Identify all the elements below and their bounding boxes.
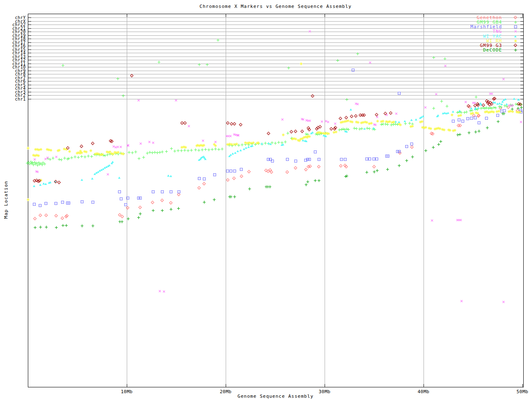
data-point-marshfield [368,158,371,160]
data-point-marshfield [240,168,243,171]
y-tick-left [28,99,31,99]
data-point-marshfield [372,158,375,160]
data-point-marshfield [152,190,155,193]
data-point-marshfield [213,173,216,176]
data-point-marshfield [340,158,343,161]
y-tick-left [28,46,31,46]
data-point-wi-yac [49,181,52,183]
data-point-marshfield [387,155,389,158]
y-tick-right [520,88,524,89]
x-gridline [325,14,325,387]
data-point-marshfield [470,117,473,120]
data-point-marshfield [120,197,123,200]
data-point-wi-yac [452,111,454,113]
x-tick-bottom [424,384,424,387]
y-tick-right [520,35,524,36]
chromosome-gridline [28,85,524,85]
y-tick-left [28,25,31,25]
chromosome-gridline [28,78,524,78]
y-tick-right [520,95,524,96]
data-point-wi-yac [236,150,239,152]
data-point-marshfield [126,197,129,200]
x-gridline [424,14,424,387]
data-point-wi-yac [269,143,272,145]
data-point-marshfield [39,204,42,207]
data-point-wi-yac [505,103,508,105]
x-tick-top [522,14,523,17]
data-point-marshfield [177,190,180,193]
data-point-marshfield [398,150,401,153]
data-point-marshfield [198,177,201,180]
y-tick-left [28,71,31,71]
data-point-wi-yac [458,110,461,112]
data-point-marshfield [365,158,368,160]
y-axis-title: Map Location [3,181,9,219]
data-point-wi-yac [415,118,417,121]
data-point-wi-yac [239,149,242,151]
chromosome-gridline [28,95,524,96]
data-point-wi-yac [305,140,308,142]
chromosome-gridline [28,81,524,81]
x-axis-title: Genome Sequence Assembly [238,394,314,399]
y-tick-right [520,99,524,99]
x-tick-bottom [127,384,127,387]
y-tick-left [28,85,31,85]
data-point-wi-yac [447,112,449,114]
data-point-marshfield [496,114,499,117]
y-tick-left [28,28,31,29]
y-tick-right [520,53,524,53]
y-tick-right [520,17,524,18]
chromosome-gridline [28,92,524,92]
data-point-wi-yac [363,128,366,130]
chromosome-gridline [28,57,524,57]
y-tick-left [28,35,31,36]
data-point-wi-yac [477,107,480,109]
y-tick-right [520,64,524,64]
data-point-marshfield [229,170,232,172]
data-point-marshfield [170,190,172,193]
data-point-marshfield [124,203,127,206]
y-tick-left [28,67,31,67]
data-point-wi-yac [500,103,503,105]
data-point-wi-yac [504,98,507,100]
y-tick-left [28,64,31,64]
data-point-marshfield [271,160,274,163]
data-point-marshfield [54,202,57,205]
data-point-wi-yac [345,131,348,133]
y-tick-left [28,49,31,50]
data-point-marshfield [466,117,469,120]
data-point-wi-yac [350,108,352,111]
y-tick-left [28,78,31,78]
y-tick-left [28,32,31,32]
data-point-marshfield [139,197,142,200]
y-tick-left [28,81,31,81]
y-tick-left [28,39,31,39]
data-point-wi-yac [422,115,424,117]
data-point-marshfield [485,117,488,120]
x-tick-bottom [522,384,523,387]
legend-marker-wi_yac [514,35,517,37]
chart-title: Chromosome X Markers vs Genome Sequence … [200,4,352,9]
data-point-wi-yac [372,127,375,129]
data-point-marshfield [33,203,36,206]
data-point-marshfield [294,160,297,163]
y-tick-right [520,67,524,67]
y-tick-left [28,88,31,89]
chromosome-gridline [28,53,524,53]
data-point-marshfield [452,120,455,123]
data-point-wi-yac [311,131,314,133]
chromosome-gridline [28,60,524,60]
y-tick-left [28,74,31,74]
data-point-marshfield [461,120,464,123]
y-tick-label: chr1 [0,97,26,101]
data-point-wi-yac [517,99,520,101]
chromosome-gridline [28,99,524,99]
x-tick-top [226,14,226,17]
data-point-marshfield [61,201,64,204]
data-point-wi-yac [282,143,284,145]
y-tick-left [28,95,31,96]
y-tick-right [520,21,524,22]
x-gridline [127,14,127,387]
y-tick-right [520,57,524,57]
data-point-marshfield [118,190,121,193]
